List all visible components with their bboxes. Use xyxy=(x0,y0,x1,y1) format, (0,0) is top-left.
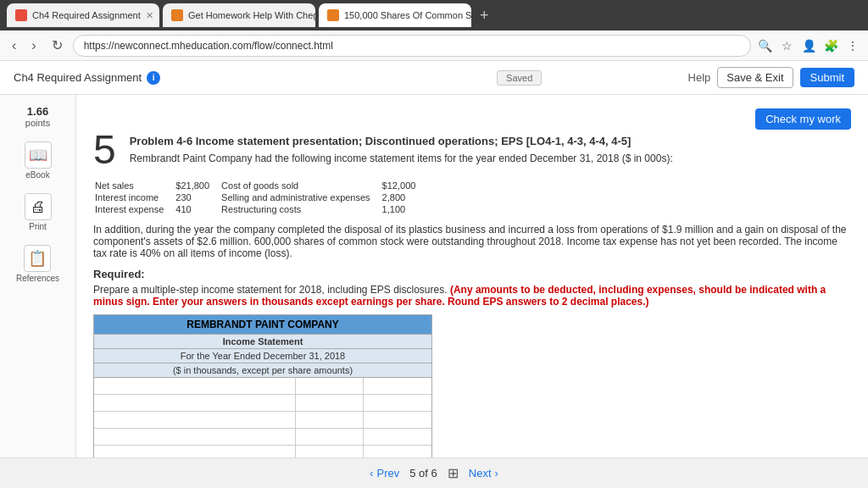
points-value: 1.66 xyxy=(25,105,50,118)
data-label-1b: Cost of goods sold xyxy=(220,180,381,191)
data-val-2b: 2,800 xyxy=(381,191,426,203)
stmt-period: For the Year Ended December 31, 2018 xyxy=(94,349,431,363)
ebook-label: eBook xyxy=(25,170,49,180)
search-icon[interactable]: 🔍 xyxy=(756,37,773,54)
menu-icon[interactable]: ⋮ xyxy=(844,37,861,54)
sidebar-points: 1.66 points xyxy=(25,105,50,128)
stmt-input-val-1b[interactable] xyxy=(364,378,431,395)
tab-chegg[interactable]: Get Homework Help With Cheg... ✕ xyxy=(163,3,315,27)
tab-label-chegg: Get Homework Help With Cheg... xyxy=(188,10,315,20)
save-exit-button[interactable]: Save & Exit xyxy=(717,67,793,88)
stmt-val-2b xyxy=(364,395,431,412)
data-row-3: Interest expense 410 Restructuring costs… xyxy=(93,203,426,215)
stmt-input-val-2b[interactable] xyxy=(364,395,431,412)
data-val-3b: 1,100 xyxy=(381,203,426,215)
refresh-button[interactable]: ↻ xyxy=(47,34,68,57)
stmt-input-val-5a[interactable] xyxy=(296,446,363,458)
app-header: Ch4 Required Assignment i Saved Help Sav… xyxy=(0,61,868,95)
extension-icon[interactable]: 🧩 xyxy=(822,37,839,54)
sidebar-item-references[interactable]: 📋 References xyxy=(16,245,59,283)
stmt-val-2a xyxy=(296,395,364,412)
data-val-1: $21,800 xyxy=(174,180,220,191)
check-my-work-button[interactable]: Check my work xyxy=(755,108,851,130)
browser-chrome: Ch4 Required Assignment ✕ Get Homework H… xyxy=(0,0,868,30)
stmt-val-3b xyxy=(364,412,431,429)
sidebar: 1.66 points 📖 eBook 🖨 Print 📋 References xyxy=(0,95,76,458)
stmt-val-5b xyxy=(364,446,431,458)
saved-badge: Saved xyxy=(497,70,542,86)
stmt-input-label-4[interactable] xyxy=(94,429,295,446)
prev-chevron-icon: ‹ xyxy=(370,467,373,480)
stmt-input-val-4a[interactable] xyxy=(296,429,363,446)
stmt-input-val-4b[interactable] xyxy=(364,429,431,446)
stmt-title: Income Statement xyxy=(94,335,431,349)
next-button[interactable]: Next › xyxy=(469,467,498,480)
stmt-input-label-1[interactable] xyxy=(94,378,295,395)
stmt-row-3 xyxy=(94,412,431,429)
stmt-input-val-3a[interactable] xyxy=(296,412,363,429)
points-label: points xyxy=(25,118,50,128)
tab-close-ch4[interactable]: ✕ xyxy=(146,10,153,21)
help-button[interactable]: Help xyxy=(688,71,711,84)
stmt-row-1 xyxy=(94,378,431,395)
data-label-3: Interest expense xyxy=(93,203,174,215)
stmt-input-label-3[interactable] xyxy=(94,412,295,429)
next-label: Next xyxy=(469,467,492,480)
stmt-label-4 xyxy=(94,429,296,446)
tab-label-shares: 150,000 Shares Of Common St... xyxy=(344,10,471,20)
prev-button[interactable]: ‹ Prev xyxy=(370,467,399,480)
stmt-val-1b xyxy=(364,378,431,395)
references-label: References xyxy=(16,274,59,283)
forward-button[interactable]: › xyxy=(26,35,41,57)
stmt-input-label-5[interactable] xyxy=(94,446,295,458)
tab-label-ch4: Ch4 Required Assignment xyxy=(32,10,141,20)
stmt-input-val-1a[interactable] xyxy=(296,378,363,395)
tab-favicon-ch4 xyxy=(15,9,27,21)
stmt-val-1a xyxy=(296,378,364,395)
nav-bar: ‹ › ↻ 🔍 ☆ 👤 🧩 ⋮ xyxy=(0,30,868,61)
info-icon[interactable]: i xyxy=(147,71,160,85)
sidebar-item-print[interactable]: 🖨 Print xyxy=(25,193,52,231)
stmt-row-5 xyxy=(94,446,431,458)
question-title: Problem 4-6 Income statement presentatio… xyxy=(130,135,673,147)
header-actions: Help Save & Exit Submit xyxy=(688,67,854,88)
data-val-1b: $12,000 xyxy=(381,180,426,191)
stmt-units: ($ in thousands, except per share amount… xyxy=(94,363,431,378)
check-my-work-row: Check my work xyxy=(93,105,851,135)
references-icon: 📋 xyxy=(24,245,51,272)
sidebar-item-ebook[interactable]: 📖 eBook xyxy=(25,141,52,180)
stmt-label-1 xyxy=(94,378,296,395)
tab-add-button[interactable]: + xyxy=(475,7,494,25)
stmt-label-2 xyxy=(94,395,296,412)
data-row-1: Net sales $21,800 Cost of goods sold $12… xyxy=(93,180,426,191)
stmt-input-val-5b[interactable] xyxy=(364,446,431,458)
data-label-3b: Restructuring costs xyxy=(220,203,381,215)
pagination: ‹ Prev 5 of 6 ⊞ Next › xyxy=(0,458,868,488)
question-body-text: In addition, during the year the company… xyxy=(93,224,851,259)
star-icon[interactable]: ☆ xyxy=(778,37,795,54)
tab-ch4[interactable]: Ch4 Required Assignment ✕ xyxy=(7,3,159,27)
back-button[interactable]: ‹ xyxy=(7,35,21,57)
stmt-input-val-2a[interactable] xyxy=(296,395,363,412)
submit-button[interactable]: Submit xyxy=(800,68,854,87)
stmt-label-5 xyxy=(94,446,296,458)
stmt-row-2 xyxy=(94,395,431,412)
profile-icon[interactable]: 👤 xyxy=(800,37,817,54)
prev-label: Prev xyxy=(377,467,400,480)
data-label-2: Interest income xyxy=(93,191,174,203)
stmt-input-label-2[interactable] xyxy=(94,395,295,412)
stmt-company: REMBRANDT PAINT COMPANY xyxy=(94,315,431,335)
stmt-val-4b xyxy=(364,429,431,446)
stmt-val-4a xyxy=(296,429,364,446)
stmt-input-val-3b[interactable] xyxy=(364,412,431,429)
tab-favicon-shares xyxy=(327,9,339,21)
address-bar[interactable] xyxy=(73,35,751,57)
data-row-2: Interest income 230 Selling and administ… xyxy=(93,191,426,203)
income-statement-table: REMBRANDT PAINT COMPANY Income Statement… xyxy=(93,314,432,458)
grid-icon[interactable]: ⊞ xyxy=(448,465,459,481)
tab-shares[interactable]: 150,000 Shares Of Common St... ✕ xyxy=(319,3,471,27)
question-intro: Rembrandt Paint Company had the followin… xyxy=(130,152,673,164)
stmt-label-3 xyxy=(94,412,296,429)
main-content: 1.66 points 📖 eBook 🖨 Print 📋 References… xyxy=(0,95,868,458)
print-icon: 🖨 xyxy=(25,193,52,220)
